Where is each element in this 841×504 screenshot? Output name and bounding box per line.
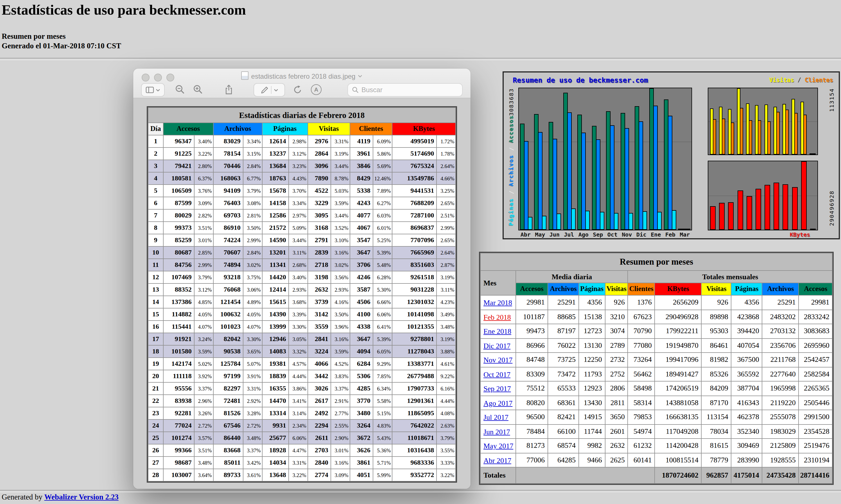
daily-value-cell: 2294 xyxy=(308,420,331,432)
bar-group xyxy=(808,161,818,230)
bar-group xyxy=(790,161,799,230)
monthly-value-cell: 1376 xyxy=(628,295,655,309)
monthly-value-cell: 76022 xyxy=(548,339,578,352)
daily-percent-cell: 3.88% xyxy=(437,345,455,357)
monthly-value-cell: 143881058 xyxy=(655,396,701,410)
view-options-button[interactable] xyxy=(141,83,165,97)
daily-value-cell: 8429 xyxy=(350,173,373,184)
rotate-button[interactable] xyxy=(293,83,302,95)
daily-percent-cell: 3.96% xyxy=(331,321,350,332)
kbytes-axis-label: KBytes xyxy=(708,232,817,238)
month-link[interactable]: Nov 2017 xyxy=(484,356,512,364)
daily-value-cell: 67546 xyxy=(214,420,243,432)
daily-value-cell: 12901361 xyxy=(392,395,436,407)
month-link[interactable]: Dic 2017 xyxy=(484,342,510,350)
legend-separator: / xyxy=(794,76,805,83)
daily-percent-cell: 6.16% xyxy=(437,383,455,394)
monthly-value-cell: 85326 xyxy=(702,367,731,381)
month-link[interactable]: May 2017 xyxy=(484,442,513,450)
daily-value-cell: 26779488 xyxy=(392,370,436,382)
daily-value-cell: 5306 xyxy=(350,370,373,382)
month-link[interactable]: Jun 2017 xyxy=(484,428,510,436)
daily-percent-cell: 3.70% xyxy=(289,185,308,197)
monthly-value-cell: 352340 xyxy=(732,425,762,438)
monthly-value-cell: 462378 xyxy=(732,410,762,424)
daily-value-cell: 106509 xyxy=(163,185,194,197)
daily-percent-cell: 3.28% xyxy=(243,407,262,419)
monthly-value-cell: 199417096 xyxy=(655,353,701,366)
monthly-month-cell: Feb 2018 xyxy=(481,310,515,324)
daily-day-cell: 3 xyxy=(148,160,163,172)
month-link[interactable]: Ago 2017 xyxy=(484,399,512,407)
bar-kbytes xyxy=(719,203,725,230)
summary-heading: Resumen por meses xyxy=(2,32,66,41)
bar-clientes xyxy=(767,121,770,155)
daily-value-cell: 2611 xyxy=(308,432,331,444)
month-link[interactable]: Feb 2018 xyxy=(484,313,511,321)
daily-value-cell: 7890 xyxy=(308,173,331,184)
zoom-out-button[interactable] xyxy=(175,83,185,95)
month-axis-label: Mar xyxy=(678,232,692,238)
monthly-value-cell: 11793 xyxy=(579,367,605,381)
month-link[interactable]: Sep 2017 xyxy=(484,384,511,393)
daily-percent-cell: 8.78% xyxy=(331,173,350,184)
month-link[interactable]: Jul 2017 xyxy=(484,413,508,422)
monthly-col-header: Accesos xyxy=(799,283,832,295)
daily-value-cell: 85011 xyxy=(214,457,243,469)
annotate-button[interactable]: A xyxy=(311,83,321,95)
daily-row: 6875993.09%764033.08%141583.34%32293.59%… xyxy=(148,197,456,209)
monthly-value-cell: 64285 xyxy=(548,453,578,467)
daily-percent-cell: 4.57% xyxy=(289,358,308,370)
right-axis-kbytes-max-label: 290496928 xyxy=(829,191,835,226)
daily-value-cell: 13237 xyxy=(263,148,288,160)
daily-value-cell: 83938 xyxy=(163,395,194,407)
daily-value-cell: 9441531 xyxy=(392,185,436,197)
month-link[interactable]: Abr 2017 xyxy=(484,456,511,465)
daily-value-cell: 92281 xyxy=(163,407,194,419)
monthly-value-cell: 11744 xyxy=(579,425,605,438)
legend-clientes: Clientes xyxy=(805,76,833,83)
daily-percent-cell: 2.91% xyxy=(331,395,350,407)
daily-value-cell: 3559 xyxy=(308,321,331,332)
daily-percent-cell: 3.51% xyxy=(194,222,213,234)
daily-value-cell: 78154 xyxy=(214,148,243,160)
daily-value-cell: 17907733 xyxy=(392,383,436,394)
markup-button[interactable] xyxy=(253,83,285,97)
monthly-month-cell: Jun 2017 xyxy=(481,425,515,438)
daily-value-cell: 3442 xyxy=(308,370,331,382)
window-title[interactable]: estadisticas febrero 2018 dias.jpeg xyxy=(133,71,471,80)
daily-value-cell: 95556 xyxy=(163,383,194,394)
month-link[interactable]: Oct 2017 xyxy=(484,370,510,379)
bar-group xyxy=(519,88,533,230)
monthly-row: May 201781273685749982263261232114200428… xyxy=(481,439,832,453)
daily-value-cell: 12586 xyxy=(263,210,288,221)
daily-percent-cell: 2.64% xyxy=(437,160,455,172)
share-button[interactable] xyxy=(224,83,233,95)
preview-titlebar[interactable]: estadisticas febrero 2018 dias.jpeg xyxy=(133,69,471,98)
daily-value-cell: 99373 xyxy=(163,222,194,234)
month-link[interactable]: Ene 2018 xyxy=(484,327,511,336)
zoom-in-button[interactable] xyxy=(193,83,203,95)
daily-value-cell: 83029 xyxy=(214,136,243,147)
daily-value-cell: 3706 xyxy=(350,259,373,271)
monthly-value-cell: 88685 xyxy=(548,310,578,324)
daily-percent-cell: 5.58% xyxy=(373,395,392,407)
bar-group xyxy=(619,88,634,230)
daily-day-cell: 27 xyxy=(148,457,163,469)
daily-value-cell: 10141098 xyxy=(392,308,436,320)
daily-percent-cell: 3.25% xyxy=(437,185,455,197)
monthly-value-cell: 25291 xyxy=(763,295,799,309)
monthly-month-cell: Mar 2018 xyxy=(481,295,515,309)
search-field[interactable]: Buscar xyxy=(347,83,463,97)
daily-value-cell: 5338 xyxy=(350,185,373,197)
daily-value-cell: 9278801 xyxy=(392,333,436,345)
monthly-col-header: Páginas xyxy=(579,283,605,295)
daily-percent-cell: 3.09% xyxy=(194,197,213,209)
webalizer-link[interactable]: Webalizer Version 2.23 xyxy=(44,493,118,501)
monthly-value-cell: 2656209 xyxy=(655,295,701,309)
daily-value-cell: 14420 xyxy=(263,271,288,283)
daily-value-cell: 101023 xyxy=(214,321,243,332)
graph-plot-kbytes xyxy=(708,161,818,230)
month-link[interactable]: Mar 2018 xyxy=(484,299,512,307)
bar-group xyxy=(763,161,772,230)
